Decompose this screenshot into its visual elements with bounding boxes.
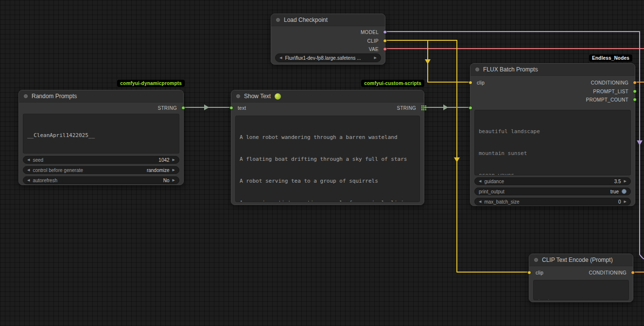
right-arrow-icon[interactable]: ▶: [624, 179, 627, 183]
widget-value: No: [163, 178, 170, 183]
conditioning-slot-dot[interactable]: [631, 271, 635, 275]
input-slot-clip[interactable]: clip: [529, 269, 543, 276]
show-text-textarea[interactable]: A lone robot wandering through a barren …: [235, 116, 420, 202]
input-slot-clip[interactable]: clip: [470, 79, 485, 86]
output-slot-prompt-list[interactable]: PROMPT_LIST: [593, 88, 635, 95]
text-line: ocean waves: [479, 172, 627, 175]
widget-max-batch-size[interactable]: ◀ max_batch_size 0 ▶: [474, 198, 631, 206]
string-slot-dot[interactable]: [469, 106, 472, 110]
text-line: text: [538, 298, 625, 300]
node-title: Show Text: [244, 93, 271, 100]
left-arrow-icon[interactable]: ◀: [479, 179, 481, 183]
collapse-dot-icon[interactable]: [236, 94, 240, 98]
toggle-icon[interactable]: [622, 189, 627, 194]
node-title: CLIP Text Encode (Prompt): [542, 257, 613, 263]
ckpt-name-value: Flux\flux1-dev-fp8.large.safetens ...: [285, 55, 371, 61]
collapse-dot-icon[interactable]: [276, 18, 280, 22]
collapse-dot-icon[interactable]: [475, 68, 479, 71]
node-badge-custom-scripts: comfyui-custom-scripts: [361, 80, 424, 87]
node-title-bar[interactable]: FLUX Batch Prompts: [470, 64, 635, 76]
left-arrow-icon[interactable]: ◀: [27, 178, 30, 182]
text-line: A floating boat drifting through a sky f…: [240, 155, 416, 163]
node-badge-dynamicprompts: comfyui-dynamicprompts: [117, 80, 185, 87]
right-arrow-icon[interactable]: ▶: [624, 200, 627, 204]
node-random-prompts[interactable]: Random Prompts STRING __CleanApril142202…: [18, 90, 184, 185]
widget-control-before-generate[interactable]: ◀ control before generate randomize ▶: [23, 166, 179, 174]
clip-slot-dot[interactable]: [469, 81, 472, 85]
node-title-bar[interactable]: Load Checkpoint: [271, 14, 385, 26]
output-slot-vae[interactable]: VAE: [369, 46, 385, 52]
node-title-bar[interactable]: Random Prompts: [19, 90, 183, 103]
string-grid-icon[interactable]: [421, 105, 426, 110]
right-arrow-icon[interactable]: ▶: [374, 56, 377, 60]
output-slot-model[interactable]: MODEL: [361, 29, 385, 35]
node-title-bar[interactable]: CLIP Text Encode (Prompt): [529, 254, 633, 266]
widget-name: control before generate: [33, 168, 83, 173]
node-flux-batch-prompts[interactable]: FLUX Batch Prompts clip CONDITIONING PRO…: [470, 63, 635, 206]
widget-name: guidance: [484, 179, 504, 184]
left-arrow-icon[interactable]: ◀: [279, 56, 282, 60]
output-slot-string[interactable]: STRING: [397, 104, 424, 111]
string-slot-dot[interactable]: [633, 98, 637, 102]
string-slot-dot[interactable]: [181, 106, 185, 110]
widget-name: seed: [33, 157, 43, 163]
output-slot-prompt-count[interactable]: PROMPT_COUNT: [586, 96, 635, 103]
right-arrow-icon[interactable]: ▶: [173, 178, 175, 182]
string-slot-dot[interactable]: [229, 106, 233, 110]
conditioning-slot-dot[interactable]: [633, 81, 637, 85]
left-arrow-icon[interactable]: ◀: [479, 200, 481, 204]
widget-seed[interactable]: ◀ seed 1042 ▶: [23, 156, 179, 164]
text-line: mountain sunset: [479, 150, 627, 157]
slot-label: VAE: [369, 47, 379, 52]
node-badge-endless-nodes: Endless_Nodes: [589, 54, 632, 62]
widget-value: 0: [618, 199, 621, 205]
text-line: A lone robot wandering through a barren …: [240, 134, 416, 141]
node-clip-text-encode[interactable]: CLIP Text Encode (Prompt) clip CONDITION…: [529, 254, 633, 302]
flux-prompts-textarea[interactable]: beautiful landscape mountain sunset ocea…: [474, 110, 631, 175]
vae-slot-dot[interactable]: [383, 47, 387, 51]
output-slot-string[interactable]: STRING: [157, 104, 183, 111]
text-line: beautiful landscape: [479, 128, 627, 135]
output-slot-conditioning[interactable]: CONDITIONING: [589, 269, 633, 276]
slot-label: PROMPT_COUNT: [586, 97, 629, 103]
input-slot-text[interactable]: text: [231, 104, 246, 111]
link-clip-encode-arrow-icon: [454, 157, 460, 162]
node-title: Load Checkpoint: [284, 17, 328, 23]
link-clip-flux-arrow-icon: [425, 59, 431, 64]
node-title-bar[interactable]: Show Text: [231, 90, 424, 103]
string-slot-dot[interactable]: [633, 89, 637, 93]
node-show-text[interactable]: Show Text text STRING A lone robot wande…: [231, 90, 424, 205]
left-arrow-icon[interactable]: ◀: [27, 158, 30, 162]
widget-value: true: [610, 189, 619, 194]
widget-value: 3.5: [614, 179, 621, 184]
text-line: __CleanApril1422025__: [27, 132, 175, 139]
slot-label: STRING: [157, 105, 177, 111]
ckpt-name-combo[interactable]: ◀ Flux\flux1-dev-fp8.large.safetens ... …: [275, 53, 381, 62]
link-string-2-arrow-icon: [443, 104, 448, 110]
random-prompts-textarea[interactable]: __CleanApril1422025__ __CleanApril142202…: [23, 114, 179, 154]
node-graph-canvas[interactable]: comfyui-dynamicprompts comfyui-custom-sc…: [0, 0, 644, 326]
node-load-checkpoint[interactable]: Load Checkpoint MODEL CLIP VAE ◀ Flux\fl…: [271, 14, 385, 65]
widget-print-output[interactable]: print_output true: [474, 188, 631, 195]
slot-label: CLIP: [367, 38, 379, 44]
output-slot-clip[interactable]: CLIP: [367, 37, 385, 44]
clip-slot-dot[interactable]: [527, 271, 531, 275]
right-arrow-icon[interactable]: ▶: [173, 158, 175, 162]
slot-label: MODEL: [361, 30, 379, 35]
slot-label: PROMPT_LIST: [593, 89, 628, 94]
text-line: A ceramic artist creating vessels for ma…: [240, 199, 416, 202]
clip-encode-textarea[interactable]: text: [533, 280, 629, 300]
clip-slot-dot[interactable]: [383, 39, 387, 43]
widget-autorefresh[interactable]: ◀ autorefresh No ▶: [23, 176, 179, 184]
collapse-dot-icon[interactable]: [24, 94, 28, 98]
collapse-dot-icon[interactable]: [534, 258, 538, 262]
slot-label: text: [238, 105, 246, 111]
output-slot-conditioning[interactable]: CONDITIONING: [591, 79, 635, 86]
model-slot-dot[interactable]: [383, 30, 387, 34]
node-title: FLUX Batch Prompts: [483, 66, 538, 73]
widget-guidance[interactable]: ◀ guidance 3.5 ▶: [474, 177, 631, 185]
widget-name: print_output: [479, 189, 505, 194]
right-arrow-icon[interactable]: ▶: [173, 168, 175, 172]
left-arrow-icon[interactable]: ◀: [27, 168, 30, 172]
widget-value: randomize: [147, 168, 170, 173]
